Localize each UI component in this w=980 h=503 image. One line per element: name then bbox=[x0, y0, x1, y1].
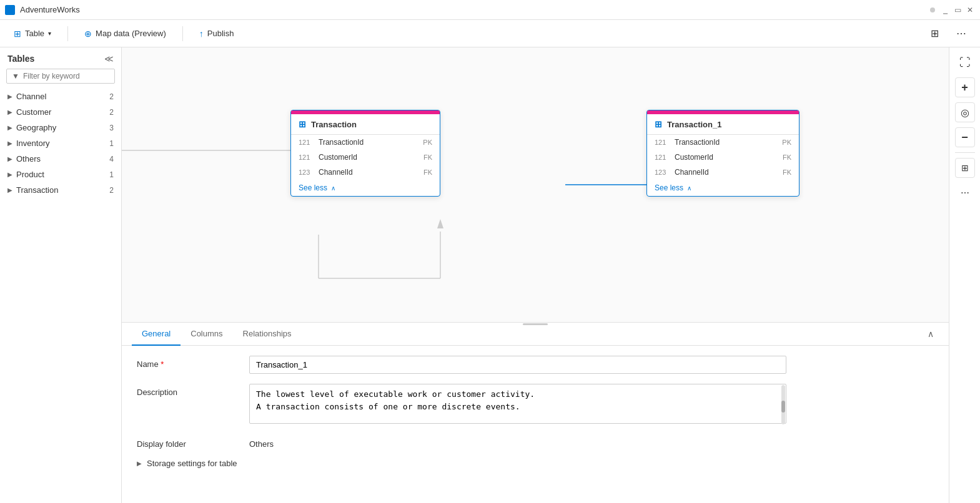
table-button-label: Table bbox=[25, 29, 44, 38]
see-less1-text: See less bbox=[655, 183, 683, 192]
table-icon: ⊞ bbox=[14, 29, 21, 39]
transaction1-see-less[interactable]: See less ∧ bbox=[647, 180, 799, 196]
app-title: AdventureWorks bbox=[20, 5, 925, 14]
toolbar-sep-1 bbox=[67, 26, 68, 41]
more-canvas-options-button[interactable]: ⋯ bbox=[955, 183, 975, 203]
sidebar-item-geography[interactable]: ▶ Geography 3 bbox=[0, 120, 121, 135]
sidebar-filter[interactable]: ▼ bbox=[6, 69, 115, 84]
transaction-row-1: 121 TransactionId PK bbox=[291, 135, 440, 150]
resize-handle[interactable] bbox=[122, 323, 949, 325]
sidebar-collapse-btn[interactable]: ≪ bbox=[104, 54, 114, 64]
transaction-row-3: 123 ChannelId FK bbox=[291, 165, 440, 180]
badge1-2: FK bbox=[783, 154, 791, 161]
resize-handle-bar bbox=[523, 323, 548, 325]
toolbar-right: ⊞ ⋯ bbox=[924, 24, 973, 43]
title-bar: AdventureWorks ⎯ ▭ ✕ bbox=[0, 0, 980, 20]
publish-icon: ↑ bbox=[199, 29, 204, 39]
maximize-icon[interactable]: ▭ bbox=[953, 5, 963, 15]
badge-3: FK bbox=[423, 168, 432, 176]
form-name-row: Name * bbox=[137, 356, 934, 374]
transaction-see-less[interactable]: See less ∧ bbox=[291, 180, 440, 196]
type1-icon-1: 121 bbox=[655, 139, 670, 146]
bottom-panel: General Columns Relationships ∧ Name * D… bbox=[122, 322, 949, 503]
tab-general[interactable]: General bbox=[132, 323, 181, 346]
sidebar-item-others-label: Others bbox=[16, 154, 106, 164]
sidebar-item-transaction-label: Transaction bbox=[16, 185, 106, 195]
name-label: Name * bbox=[137, 356, 249, 369]
field-name-1: TransactionId bbox=[319, 138, 418, 147]
description-scrollbar[interactable] bbox=[781, 385, 785, 424]
arrow-icon: ▶ bbox=[7, 140, 12, 147]
main-toolbar: ⊞ Table ▾ ⊕ Map data (Preview) ↑ Publish… bbox=[0, 20, 980, 47]
more-options-btn[interactable]: ⋯ bbox=[950, 24, 973, 43]
sidebar-item-geography-label: Geography bbox=[16, 123, 106, 132]
sidebar-item-inventory-label: Inventory bbox=[16, 139, 106, 148]
badge-1: PK bbox=[423, 139, 432, 146]
transaction1-title-text: Transaction_1 bbox=[667, 120, 721, 129]
publish-button[interactable]: ↑ Publish bbox=[193, 25, 240, 42]
table-transaction1-card[interactable]: ⊞ Transaction_1 121 TransactionId PK 121… bbox=[646, 110, 799, 197]
svg-marker-4 bbox=[437, 219, 443, 228]
field1-name-3: ChannelId bbox=[675, 168, 778, 177]
close-icon[interactable]: ✕ bbox=[965, 5, 975, 15]
arrow-icon: ▶ bbox=[7, 155, 12, 162]
storage-arrow-icon: ▶ bbox=[137, 460, 142, 467]
canvas-area[interactable]: ⊞ Transaction 121 TransactionId PK 121 C… bbox=[122, 47, 980, 503]
filter-input[interactable] bbox=[23, 72, 117, 81]
transaction1-row-2: 121 CustomerId FK bbox=[647, 150, 799, 165]
storage-settings[interactable]: ▶ Storage settings for table bbox=[137, 459, 934, 468]
badge1-1: PK bbox=[782, 139, 791, 146]
right-toolbar: ⛶ + ◎ − ⊞ ⋯ bbox=[949, 47, 980, 503]
arrow-icon: ▶ bbox=[7, 171, 12, 178]
description-textarea[interactable] bbox=[249, 384, 786, 424]
sidebar-item-customer-count: 2 bbox=[109, 108, 114, 117]
sidebar-item-inventory-count: 1 bbox=[109, 139, 114, 148]
form-description-row: Description bbox=[137, 384, 934, 426]
sidebar-item-transaction[interactable]: ▶ Transaction 2 bbox=[0, 182, 121, 198]
layout-btn[interactable]: ⊞ bbox=[924, 24, 945, 43]
sidebar-item-others[interactable]: ▶ Others 4 bbox=[0, 151, 121, 167]
form-display-folder-row: Display folder Others bbox=[137, 436, 934, 449]
map-data-label: Map data (Preview) bbox=[96, 29, 166, 38]
storage-settings-label: Storage settings for table bbox=[147, 459, 237, 468]
unsaved-indicator bbox=[930, 7, 935, 12]
arrow-icon: ▶ bbox=[7, 124, 12, 131]
table-dropdown-icon: ▾ bbox=[48, 30, 51, 37]
bottom-panel-collapse-btn[interactable]: ∧ bbox=[923, 324, 939, 344]
fit-view-button[interactable]: ⛶ bbox=[955, 52, 975, 72]
publish-label: Publish bbox=[207, 29, 234, 38]
field1-name-1: TransactionId bbox=[675, 138, 777, 147]
sidebar-item-customer-label: Customer bbox=[16, 107, 106, 117]
badge-2: FK bbox=[423, 154, 432, 161]
minimize-icon[interactable]: ⎯ bbox=[940, 5, 950, 15]
zoom-in-button[interactable]: + bbox=[955, 77, 975, 97]
description-wrapper bbox=[249, 384, 786, 426]
transaction-card-title: ⊞ Transaction bbox=[291, 114, 440, 135]
display-folder-label: Display folder bbox=[137, 436, 249, 449]
grid-view-button[interactable]: ⊞ bbox=[955, 158, 975, 178]
sidebar-item-transaction-count: 2 bbox=[109, 186, 114, 195]
sidebar: Tables ≪ ▼ ▶ Channel 2 ▶ Customer 2 ▶ Ge… bbox=[0, 47, 122, 503]
tab-relationships[interactable]: Relationships bbox=[233, 323, 302, 346]
zoom-out-button[interactable]: − bbox=[955, 127, 975, 147]
name-input[interactable] bbox=[249, 356, 786, 374]
sidebar-item-geography-count: 3 bbox=[109, 124, 114, 132]
description-label: Description bbox=[137, 384, 249, 397]
display-folder-value: Others bbox=[249, 436, 274, 449]
sidebar-item-inventory[interactable]: ▶ Inventory 1 bbox=[0, 135, 121, 151]
sidebar-title: Tables bbox=[7, 54, 34, 64]
sidebar-item-customer[interactable]: ▶ Customer 2 bbox=[0, 104, 121, 120]
see-less-text: See less bbox=[299, 183, 327, 192]
arrow-icon: ▶ bbox=[7, 187, 12, 193]
sidebar-item-channel-label: Channel bbox=[16, 92, 106, 101]
table-button[interactable]: ⊞ Table ▾ bbox=[7, 25, 57, 42]
sidebar-item-product[interactable]: ▶ Product 1 bbox=[0, 167, 121, 182]
transaction1-row-1: 121 TransactionId PK bbox=[647, 135, 799, 150]
tab-columns[interactable]: Columns bbox=[181, 323, 232, 346]
sidebar-item-channel[interactable]: ▶ Channel 2 bbox=[0, 89, 121, 104]
map-data-icon: ⊕ bbox=[84, 29, 92, 39]
table-transaction-card[interactable]: ⊞ Transaction 121 TransactionId PK 121 C… bbox=[290, 110, 440, 197]
map-data-button[interactable]: ⊕ Map data (Preview) bbox=[78, 25, 172, 42]
right-toolbar-divider bbox=[955, 152, 975, 153]
zoom-handle-button[interactable]: ◎ bbox=[955, 102, 975, 122]
